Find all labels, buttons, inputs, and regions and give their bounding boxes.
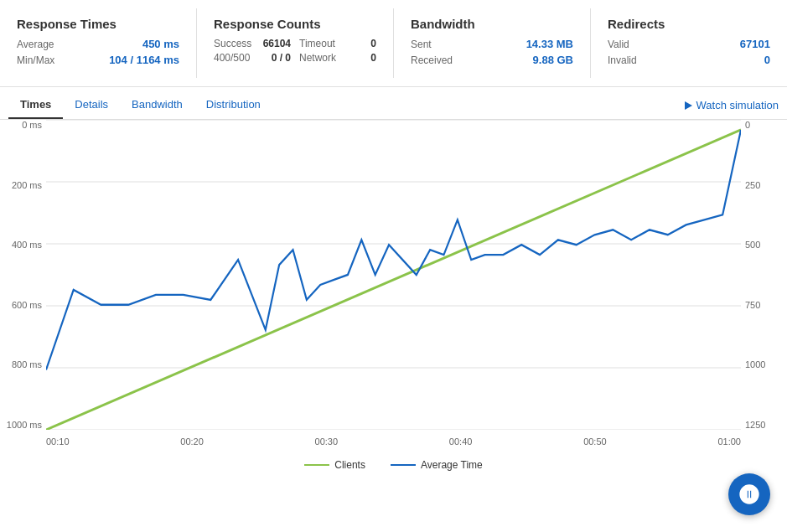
chart-legend: Clients Average Time [0, 455, 787, 479]
success-stat: Success 66104 [214, 38, 291, 49]
invalid-label: Invalid [608, 54, 637, 66]
tab-bandwidth[interactable]: Bandwidth [120, 91, 194, 119]
network-label: Network [299, 52, 336, 64]
tab-distribution[interactable]: Distribution [194, 91, 272, 119]
x-label-0: 00:10 [46, 436, 70, 447]
bandwidth-title: Bandwidth [411, 17, 573, 31]
redirects-title: Redirects [608, 17, 770, 31]
y-left-0: 1000 ms [7, 420, 42, 430]
response-times-title: Response Times [17, 17, 179, 31]
x-label-2: 00:30 [315, 436, 339, 447]
watch-simulation-label: Watch simulation [696, 99, 779, 111]
avgtime-legend-line [391, 464, 416, 466]
minmax-label: Min/Max [17, 54, 54, 66]
status-label: 400/500 [214, 52, 250, 64]
stat-cards: Response Times Average 450 ms Min/Max 10… [0, 0, 787, 87]
y-right-1: 1000 [745, 359, 765, 369]
response-times-card: Response Times Average 450 ms Min/Max 10… [0, 8, 197, 78]
timeout-value: 0 [370, 38, 376, 49]
y-right-5: 0 [745, 120, 750, 130]
x-label-3: 00:40 [449, 436, 473, 447]
bandwidth-card: Bandwidth Sent 14.33 MB Received 9.88 GB [394, 8, 591, 78]
legend-clients: Clients [304, 459, 365, 471]
valid-label: Valid [608, 39, 629, 50]
x-label-5: 01:00 [717, 436, 741, 447]
status-value: 0 / 0 [272, 52, 291, 64]
y-left-5: 0 ms [22, 120, 42, 130]
timeout-stat: Timeout 0 [299, 38, 376, 49]
sent-label: Sent [411, 39, 432, 50]
clients-legend-line [304, 464, 329, 466]
valid-value: 67101 [740, 38, 770, 50]
received-value: 9.88 GB [533, 54, 573, 66]
clients-legend-label: Clients [334, 459, 365, 471]
y-axis-right: 1250 1000 750 500 250 0 [741, 120, 787, 430]
average-label: Average [17, 39, 54, 50]
play-icon [685, 101, 692, 110]
sent-value: 14.33 MB [526, 38, 573, 50]
average-value: 450 ms [142, 38, 179, 50]
y-left-4: 200 ms [12, 180, 42, 190]
status-stat: 400/500 0 / 0 [214, 52, 291, 64]
avgtime-legend-label: Average Time [421, 459, 483, 471]
x-axis-labels: 00:10 00:20 00:30 00:40 00:50 01:00 [46, 432, 741, 447]
success-value: 66104 [263, 38, 291, 49]
y-axis-left: 1000 ms 800 ms 600 ms 400 ms 200 ms 0 ms [0, 120, 46, 430]
avgtime-line [46, 130, 741, 369]
chart-inner: 00:10 00:20 00:30 00:40 00:50 01:00 [46, 120, 741, 430]
x-label-4: 00:50 [583, 436, 607, 447]
tab-times[interactable]: Times [8, 91, 63, 119]
response-counts-title: Response Counts [214, 17, 376, 31]
y-right-3: 500 [745, 240, 760, 250]
legend-avgtime: Average Time [391, 459, 483, 471]
chart-svg [46, 120, 741, 430]
tab-details[interactable]: Details [63, 91, 120, 119]
network-value: 0 [370, 52, 376, 64]
minmax-value: 104 / 1164 ms [109, 54, 179, 66]
y-left-1: 800 ms [12, 359, 42, 369]
chart-container: 1000 ms 800 ms 600 ms 400 ms 200 ms 0 ms… [0, 120, 787, 455]
response-counts-card: Response Counts Success 66104 Timeout 0 … [197, 8, 394, 78]
y-right-2: 750 [745, 300, 760, 310]
y-left-2: 600 ms [12, 300, 42, 310]
tabs-bar: Times Details Bandwidth Distribution Wat… [0, 91, 787, 120]
success-label: Success [214, 38, 251, 49]
y-left-3: 400 ms [12, 240, 42, 250]
x-label-1: 00:20 [180, 436, 204, 447]
y-right-0: 1250 [745, 420, 765, 430]
watch-simulation-button[interactable]: Watch simulation [685, 92, 779, 118]
timeout-label: Timeout [299, 38, 335, 49]
redirects-card: Redirects Valid 67101 Invalid 0 [591, 8, 787, 78]
y-right-4: 250 [745, 180, 760, 190]
received-label: Received [411, 54, 453, 66]
clients-line [46, 130, 741, 430]
invalid-value: 0 [764, 54, 770, 66]
network-stat: Network 0 [299, 52, 376, 64]
